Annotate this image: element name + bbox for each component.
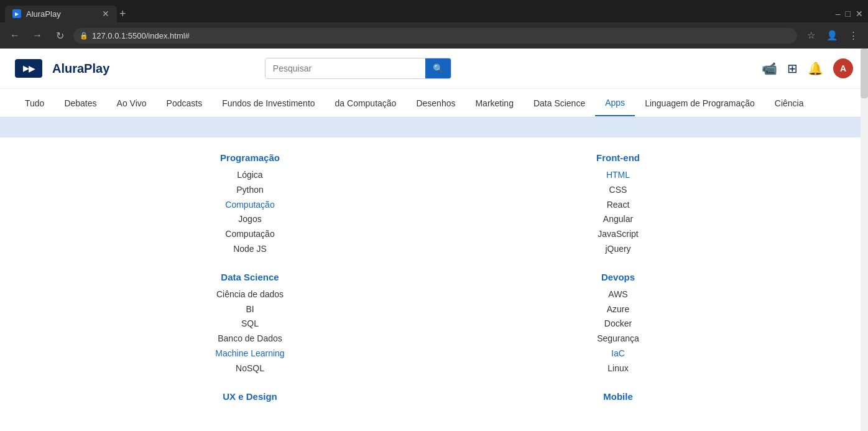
category-item-machine-learning[interactable]: Machine Learning	[91, 346, 409, 361]
category-item-banco-de-dados[interactable]: Banco de Dados	[91, 331, 409, 346]
profile-icon: 👤	[826, 30, 838, 41]
category-group-mobile: Mobile	[459, 391, 777, 402]
category-group-frontend: Front-end HTML CSS React Angular JavaScr…	[459, 152, 777, 257]
tab-bar: ▶ AluraPlay ✕ + – □ ✕	[0, 0, 868, 22]
category-item-jogos[interactable]: Jogos	[91, 212, 409, 227]
nav-item-debates[interactable]: Debates	[54, 91, 106, 116]
category-title-frontend: Front-end	[459, 152, 777, 163]
nav-dropdown-bar	[0, 118, 868, 137]
categories-left: Programação Lógica Python Computação Jog…	[91, 152, 409, 417]
app-logo[interactable]: ▶ AluraPlay	[15, 59, 109, 78]
nav-item-ciencia[interactable]: Ciência	[765, 91, 814, 116]
search-input[interactable]	[265, 58, 425, 78]
active-tab[interactable]: ▶ AluraPlay ✕	[5, 6, 117, 22]
bookmark-button[interactable]: ☆	[802, 27, 820, 44]
category-title-mobile: Mobile	[459, 391, 777, 402]
category-title-data-science: Data Science	[91, 272, 409, 282]
nav-item-tudo[interactable]: Tudo	[15, 91, 54, 116]
categories-right: Front-end HTML CSS React Angular JavaScr…	[459, 152, 777, 417]
logo-text: AluraPlay	[52, 62, 109, 76]
category-item-logica[interactable]: Lógica	[91, 168, 409, 183]
category-item-aws[interactable]: AWS	[459, 287, 777, 302]
tab-title: AluraPlay	[26, 9, 61, 19]
category-group-ux-design: UX e Design	[91, 391, 409, 402]
refresh-button[interactable]: ↻	[51, 27, 68, 44]
category-item-nosql[interactable]: NoSQL	[91, 361, 409, 376]
nav-item-apps[interactable]: Apps	[595, 90, 635, 116]
category-item-angular[interactable]: Angular	[459, 212, 777, 227]
new-tab-button[interactable]: +	[119, 8, 126, 19]
category-item-linux[interactable]: Linux	[459, 361, 777, 376]
avatar[interactable]: A	[833, 58, 853, 78]
category-group-programacao: Programação Lógica Python Computação Jog…	[91, 152, 409, 257]
tab-favicon: ▶	[12, 9, 21, 18]
app-header: ▶ AluraPlay 🔍 📹 ⊞ 🔔 A	[0, 49, 868, 89]
notifications-button[interactable]: 🔔	[808, 61, 823, 76]
category-item-bi[interactable]: BI	[91, 302, 409, 317]
category-item-css[interactable]: CSS	[459, 183, 777, 198]
menu-icon: ⋮	[849, 30, 858, 41]
nav-item-fundos[interactable]: Fundos de Investimento	[212, 91, 325, 116]
page-content: ▶ AluraPlay 🔍 📹 ⊞ 🔔 A Tudo	[0, 49, 868, 431]
toolbar-right-actions: ☆ 👤 ⋮	[802, 27, 862, 44]
nav-bar: Tudo Debates Ao Vivo Podcasts Fundos de …	[0, 89, 868, 118]
notifications-icon: 🔔	[808, 61, 823, 76]
scrollbar[interactable]	[861, 49, 868, 431]
logo-icon: ▶	[15, 59, 42, 78]
nav-item-marketing[interactable]: Marketing	[465, 91, 523, 116]
apps-grid-button[interactable]: ⊞	[787, 61, 798, 76]
address-bar-container: 🔒	[73, 28, 797, 44]
category-item-docker[interactable]: Docker	[459, 317, 777, 331]
forward-button[interactable]: →	[29, 27, 46, 44]
categories-section: Programação Lógica Python Computação Jog…	[61, 137, 807, 431]
profile-button[interactable]: 👤	[823, 27, 841, 44]
close-window-button[interactable]: ✕	[856, 9, 863, 19]
category-item-nodejs[interactable]: Node JS	[91, 242, 409, 257]
nav-item-da-computacao[interactable]: da Computação	[325, 91, 407, 116]
category-item-javascript[interactable]: JavaScript	[459, 227, 777, 242]
category-group-data-science: Data Science Ciência de dados BI SQL Ban…	[91, 272, 409, 376]
category-item-azure[interactable]: Azure	[459, 302, 777, 317]
menu-button[interactable]: ⋮	[844, 27, 862, 44]
category-item-react[interactable]: React	[459, 198, 777, 213]
nav-item-linguagem[interactable]: Linguagem de Programação	[635, 91, 765, 116]
nav-item-desenhos[interactable]: Desenhos	[406, 91, 465, 116]
window-controls: – □ ✕	[836, 9, 863, 19]
nav-item-podcasts[interactable]: Podcasts	[157, 91, 213, 116]
nav-item-data-science[interactable]: Data Science	[524, 91, 595, 116]
minimize-button[interactable]: –	[836, 9, 841, 19]
category-item-sql[interactable]: SQL	[91, 317, 409, 331]
category-item-jquery[interactable]: jQuery	[459, 242, 777, 257]
address-input[interactable]	[73, 28, 797, 44]
category-item-html[interactable]: HTML	[459, 168, 777, 183]
category-item-computacao[interactable]: Computação	[91, 227, 409, 242]
scrollbar-thumb[interactable]	[861, 49, 868, 98]
add-video-icon: 📹	[762, 61, 777, 76]
header-search: 🔍	[265, 58, 451, 79]
category-item-seguranca[interactable]: Segurança	[459, 331, 777, 346]
search-icon: 🔍	[433, 63, 443, 73]
nav-item-ao-vivo[interactable]: Ao Vivo	[107, 91, 157, 116]
search-button[interactable]: 🔍	[425, 58, 451, 78]
category-group-devops: Devops AWS Azure Docker Segurança IaC Li…	[459, 272, 777, 376]
category-item-ciencia-de-dados[interactable]: Ciência de dados	[91, 287, 409, 302]
category-title-devops: Devops	[459, 272, 777, 282]
add-video-button[interactable]: 📹	[762, 61, 777, 76]
category-item-computacao-link[interactable]: Computação	[91, 198, 409, 213]
category-item-python[interactable]: Python	[91, 183, 409, 198]
category-title-programacao: Programação	[91, 152, 409, 163]
address-lock-icon: 🔒	[80, 32, 88, 40]
browser-toolbar: ← → ↻ 🔒 ☆ 👤 ⋮	[0, 22, 868, 49]
avatar-initial: A	[840, 63, 846, 73]
tab-close-button[interactable]: ✕	[102, 9, 109, 18]
bookmark-icon: ☆	[807, 30, 815, 41]
browser-chrome: ▶ AluraPlay ✕ + – □ ✕ ← → ↻ 🔒 ☆	[0, 0, 868, 49]
header-right: 📹 ⊞ 🔔 A	[762, 58, 853, 78]
back-button[interactable]: ←	[6, 27, 24, 44]
category-title-ux-design: UX e Design	[91, 391, 409, 402]
category-item-iac[interactable]: IaC	[459, 346, 777, 361]
apps-grid-icon: ⊞	[787, 61, 798, 76]
maximize-button[interactable]: □	[846, 9, 851, 19]
